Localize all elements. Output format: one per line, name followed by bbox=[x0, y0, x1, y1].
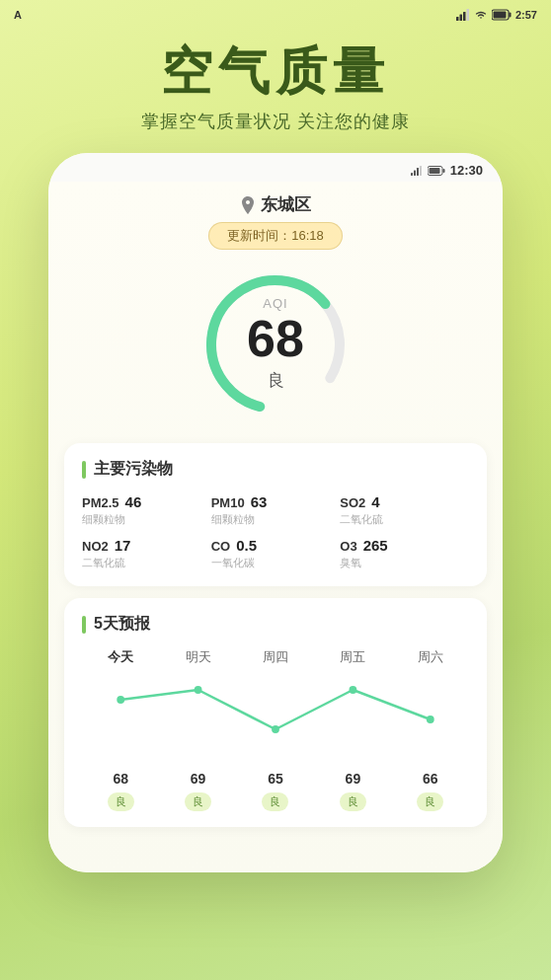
aqi-value: 68 bbox=[247, 312, 304, 368]
aqi-ring: AQI 68 良 bbox=[197, 265, 354, 423]
aqi-label: AQI bbox=[247, 297, 304, 312]
svg-rect-6 bbox=[493, 12, 506, 19]
battery-icon bbox=[492, 9, 512, 21]
svg-rect-9 bbox=[417, 168, 419, 176]
forecast-title-text: 5天预报 bbox=[94, 614, 150, 635]
phone-content: 东城区 更新时间：16:18 AQI 68 良 bbox=[48, 182, 503, 872]
pollutants-title: 主要污染物 bbox=[82, 459, 469, 480]
page-title: 空气质量 bbox=[0, 43, 551, 100]
forecast-qual-4: 良 bbox=[392, 792, 469, 811]
forecast-qual-1: 良 bbox=[159, 792, 236, 811]
forecast-day-labels: 今天 明天 周四 周五 周六 bbox=[82, 648, 469, 670]
pollutant-row-1: PM2.5 46 细颗粒物 PM10 63 细颗粒物 SO2 4 bbox=[82, 493, 469, 527]
forecast-chart-svg bbox=[82, 678, 469, 767]
status-right: 2:57 bbox=[456, 9, 537, 21]
svg-rect-2 bbox=[463, 12, 466, 21]
phone-time: 12:30 bbox=[450, 163, 483, 178]
svg-rect-10 bbox=[420, 166, 422, 176]
forecast-values: 68 69 65 69 66 bbox=[82, 771, 469, 787]
forecast-dot-2 bbox=[272, 725, 279, 733]
forecast-val-3: 69 bbox=[314, 771, 391, 787]
phone-signal-icon bbox=[411, 166, 423, 176]
forecast-val-2: 65 bbox=[237, 771, 314, 787]
status-bar: A 2:57 bbox=[0, 0, 551, 28]
forecast-section: 5天预报 今天 明天 周四 周五 周六 bbox=[64, 598, 487, 827]
page-subtitle: 掌握空气质量状况 关注您的健康 bbox=[0, 110, 551, 133]
pollutant-row-2: NO2 17 二氧化硫 CO 0.5 一氧化碳 O3 265 bbox=[82, 537, 469, 570]
forecast-title-bar bbox=[82, 616, 86, 634]
forecast-label-1: 明天 bbox=[159, 648, 236, 666]
forecast-label-4: 周六 bbox=[392, 648, 469, 666]
pollutants-section: 主要污染物 PM2.5 46 细颗粒物 PM10 63 细颗粒物 bbox=[64, 443, 487, 586]
phone-status-bar: 12:30 bbox=[48, 153, 503, 182]
phone-mockup: 12:30 东城区 更新时间：16:18 AQI bbox=[48, 153, 503, 872]
location-row: 东城区 bbox=[48, 182, 503, 222]
header: 空气质量 掌握空气质量状况 关注您的健康 bbox=[0, 43, 551, 133]
forecast-qual-3: 良 bbox=[314, 792, 391, 811]
svg-rect-3 bbox=[466, 9, 469, 21]
forecast-qualities: 良 良 良 良 良 bbox=[82, 792, 469, 811]
forecast-val-0: 68 bbox=[82, 771, 159, 787]
pollutants-title-text: 主要污染物 bbox=[94, 459, 173, 480]
pollutant-so2: SO2 4 二氧化硫 bbox=[340, 493, 469, 527]
forecast-val-1: 69 bbox=[159, 771, 236, 787]
svg-rect-8 bbox=[414, 170, 416, 176]
phone-battery-icon bbox=[428, 166, 445, 176]
forecast-dot-0 bbox=[117, 696, 124, 704]
svg-rect-13 bbox=[429, 168, 439, 174]
aqi-container: AQI 68 良 bbox=[48, 265, 503, 423]
aqi-quality: 良 bbox=[247, 370, 304, 393]
forecast-label-3: 周五 bbox=[314, 648, 391, 666]
forecast-dot-1 bbox=[195, 686, 202, 694]
aqi-inner: AQI 68 良 bbox=[247, 297, 304, 393]
forecast-qual-2: 良 bbox=[237, 792, 314, 811]
forecast-dot-4 bbox=[427, 716, 434, 723]
forecast-label-2: 周四 bbox=[237, 648, 314, 666]
wifi-icon bbox=[474, 9, 488, 21]
forecast-qual-0: 良 bbox=[82, 792, 159, 811]
location-name: 东城区 bbox=[261, 193, 311, 216]
forecast-title: 5天预报 bbox=[82, 614, 469, 635]
svg-rect-12 bbox=[442, 169, 444, 173]
location-icon bbox=[241, 196, 255, 214]
section-title-bar bbox=[82, 461, 86, 479]
svg-rect-7 bbox=[411, 173, 413, 176]
signal-icon bbox=[456, 9, 470, 21]
svg-rect-5 bbox=[509, 13, 511, 18]
forecast-label-0: 今天 bbox=[82, 648, 159, 666]
svg-rect-0 bbox=[456, 17, 459, 21]
forecast-val-4: 66 bbox=[392, 771, 469, 787]
app-indicator: A bbox=[14, 9, 22, 21]
pollutant-pm10: PM10 63 细颗粒物 bbox=[211, 493, 341, 527]
status-time: 2:57 bbox=[515, 9, 537, 21]
pollutant-co: CO 0.5 一氧化碳 bbox=[211, 537, 341, 570]
svg-rect-1 bbox=[459, 15, 462, 22]
pollutant-pm25: PM2.5 46 细颗粒物 bbox=[82, 493, 211, 527]
forecast-chart bbox=[82, 678, 469, 767]
forecast-dot-3 bbox=[349, 686, 356, 694]
pollutant-no2: NO2 17 二氧化硫 bbox=[82, 537, 211, 570]
pollutant-o3: O3 265 臭氧 bbox=[340, 537, 469, 570]
